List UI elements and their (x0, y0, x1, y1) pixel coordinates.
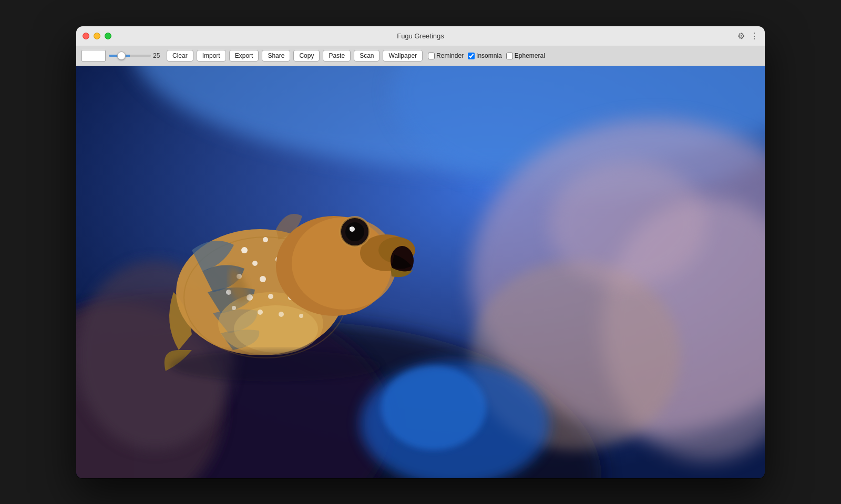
svg-point-17 (234, 305, 318, 353)
svg-point-51 (345, 222, 364, 241)
close-button[interactable] (83, 33, 89, 39)
toolbar: 25 Clear Import Export Share Copy Paste … (76, 46, 765, 66)
ephemeral-checkbox[interactable] (506, 53, 513, 59)
minimize-button[interactable] (94, 33, 100, 39)
wallpaper-button[interactable]: Wallpaper (383, 50, 423, 61)
slider-container: 25 (109, 52, 163, 59)
svg-point-34 (268, 294, 273, 299)
svg-point-38 (279, 312, 284, 317)
svg-point-13 (381, 366, 486, 450)
svg-point-19 (263, 237, 268, 242)
svg-point-32 (226, 290, 231, 295)
clear-button[interactable]: Clear (167, 50, 193, 61)
svg-point-39 (299, 314, 303, 318)
insomnia-label[interactable]: Insomnia (468, 52, 502, 59)
scan-button[interactable]: Scan (354, 50, 380, 61)
import-button[interactable]: Import (197, 50, 226, 61)
insomnia-text: Insomnia (476, 52, 502, 59)
titlebar: Fugu Greetings ⚙ ⋮ (76, 26, 765, 46)
paste-button[interactable]: Paste (323, 50, 351, 61)
share-button[interactable]: Share (262, 50, 290, 61)
ephemeral-label[interactable]: Ephemeral (506, 52, 545, 59)
content-area[interactable] (76, 66, 765, 478)
svg-point-37 (258, 310, 263, 315)
svg-point-22 (252, 261, 258, 266)
menu-icon[interactable]: ⋮ (750, 31, 758, 41)
slider-value: 25 (153, 52, 163, 59)
maximize-button[interactable] (105, 33, 111, 39)
titlebar-actions: ⚙ ⋮ (737, 31, 758, 41)
reminder-checkbox[interactable] (428, 53, 435, 59)
svg-point-18 (241, 247, 248, 253)
reminder-text: Reminder (436, 52, 464, 59)
svg-point-53 (350, 227, 352, 229)
ephemeral-text: Ephemeral (515, 52, 545, 59)
app-window: Fugu Greetings ⚙ ⋮ 25 Clear Import Expor… (76, 26, 765, 478)
svg-point-9 (549, 161, 707, 287)
svg-point-40 (232, 306, 236, 310)
checkbox-group: Reminder Insomnia Ephemeral (428, 52, 545, 59)
copy-button[interactable]: Copy (293, 50, 320, 61)
insomnia-checkbox[interactable] (468, 53, 475, 59)
plugin-icon[interactable]: ⚙ (737, 31, 745, 41)
svg-point-27 (260, 276, 266, 282)
pen-preview (81, 50, 106, 61)
window-title: Fugu Greetings (397, 32, 444, 40)
export-button[interactable]: Export (229, 50, 259, 61)
reminder-label[interactable]: Reminder (428, 52, 464, 59)
fish-scene (76, 66, 765, 478)
size-slider[interactable] (109, 55, 151, 57)
svg-point-55 (171, 350, 381, 382)
traffic-lights (83, 33, 111, 39)
